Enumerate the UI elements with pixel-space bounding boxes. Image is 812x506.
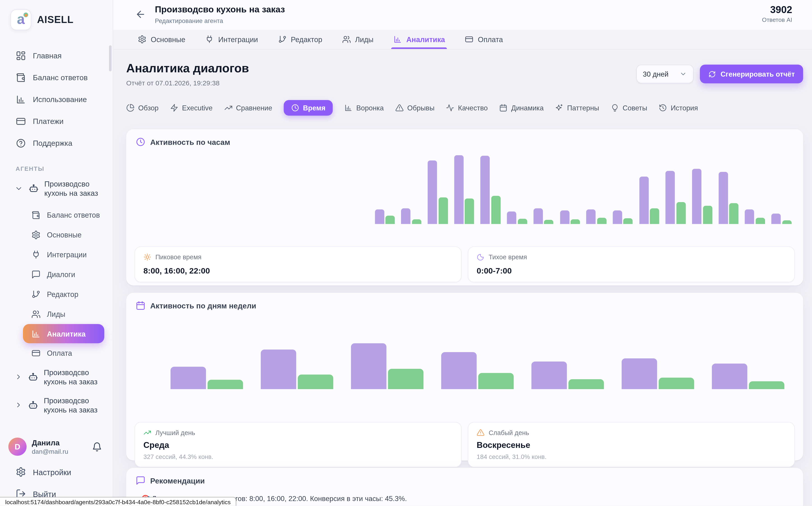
sidebar-item-home[interactable]: Главная [0,45,113,67]
hourly-bar-conversions-20 [703,206,712,224]
peak-time-value: 8:00, 16:00, 22:00 [143,266,453,276]
agent-subitem-editor[interactable]: Редактор [0,284,113,304]
tab-analytics-active[interactable]: Аналитика [393,30,445,49]
subtab-dynamics[interactable]: Динамика [499,104,544,112]
pie-chart-icon [126,104,135,112]
robot-icon [28,400,39,411]
hourly-bar-conversions-23 [782,220,792,224]
credit-card-icon [465,35,474,44]
app-root: a AISELL Главная Баланс ответов Использо… [0,0,812,506]
sidebar-item-label: Платежи [33,117,64,125]
clock-icon [291,104,299,112]
gear-icon [31,230,41,240]
chevron-down-icon [15,184,23,193]
weekly-bar-conversions-Ср [388,369,423,389]
tab-editor[interactable]: Редактор [278,30,322,49]
hourly-bar-sessions-19 [666,171,675,224]
hourly-bar-conversions-17 [623,218,633,224]
help-circle-icon [15,138,26,149]
sidebar-item-settings[interactable]: Настройки [0,461,113,482]
hourly-bar-sessions-18 [639,177,649,224]
agent-subitem-leads[interactable]: Лиды [0,304,113,324]
generate-report-button[interactable]: Сгенерировать отчёт [700,65,803,83]
responses-count-label: Ответов AI [762,17,792,23]
user-profile[interactable]: D Данила dan@mail.ru [0,437,113,456]
subtab-executive[interactable]: Executive [170,104,213,112]
bar-chart-icon [344,104,352,112]
weekly-activity-card: Активность по дням недели Лучший день Ср… [126,292,803,460]
subtab-tips[interactable]: Советы [611,104,647,112]
sidebar-item-label: Баланс ответов [33,73,88,82]
bar-chart-icon [31,329,41,338]
bell-icon[interactable] [92,441,102,452]
chevron-right-icon [15,401,22,409]
hourly-bar-sessions-15 [560,210,569,224]
zap-icon [170,104,179,112]
weekly-bar-conversions-Вт [298,374,333,389]
warning-triangle-icon [477,429,484,437]
hourly-bar-sessions-21 [719,172,728,224]
sidebar-nav: Главная Баланс ответов Использование Пла… [0,45,113,154]
subtab-dropoffs[interactable]: Обрывы [395,104,434,112]
sidebar-agent-collapsed-2[interactable]: Производсво кухонь на заказ [0,391,113,419]
subtab-history[interactable]: История [659,104,698,112]
sidebar-item-balance[interactable]: Баланс ответов [0,67,113,89]
sidebar-item-support[interactable]: Поддержка [0,132,113,154]
sparkles-icon [555,104,563,112]
best-day-card: Лучший день Среда 327 сессий, 44.3% конв… [135,422,462,467]
hourly-bar-sessions-16 [586,209,596,224]
agent-subitem-balance[interactable]: Баланс ответов [0,205,113,225]
git-branch-icon [278,35,287,44]
credit-card-icon [15,116,26,126]
chevron-right-icon [15,373,22,381]
history-icon [659,104,667,112]
agent-subitem-main[interactable]: Основные [0,225,113,245]
refresh-icon [708,70,716,78]
agents-section-label: АГЕНТЫ [15,166,113,172]
weekly-bar-conversions-Пт [568,379,604,389]
agent-tabbar: Основные Интеграции Редактор Лиды Аналит… [113,30,812,50]
sidebar-agent-collapsed-1[interactable]: Производсво кухонь на заказ [0,363,113,391]
status-bar-url: localhost:5174/dashboard/agents/293a0c7f… [0,497,236,506]
agent-subitem-analytics-active[interactable]: Аналитика [23,324,105,343]
tab-leads[interactable]: Лиды [342,30,374,49]
tab-payment[interactable]: Оплата [465,30,503,49]
moon-icon [477,253,484,261]
sidebar-agent-expanded[interactable]: Производсво кухонь на заказ [0,176,113,201]
worst-day-detail: 184 сессий, 31.0% конв. [477,453,786,460]
arrow-left-icon [135,9,146,20]
user-name: Данила [32,438,92,447]
robot-icon [28,183,39,194]
period-select[interactable]: 30 дней [636,65,693,83]
tab-integrations[interactable]: Интеграции [205,30,258,49]
subtab-time-active[interactable]: Время [284,100,333,115]
agent-subitem-dialogs[interactable]: Диалоги [0,265,113,284]
subtab-overview[interactable]: Обзор [126,104,158,112]
app-logo[interactable]: a AISELL [0,0,113,30]
hourly-bar-sessions-20 [692,169,701,224]
worst-day-value: Воскресенье [477,441,786,450]
subtab-comparison[interactable]: Сравнение [224,104,272,112]
weekly-bar-conversions-Чт [478,373,514,389]
weekly-bar-conversions-Пн [207,380,243,389]
sidebar-item-payments[interactable]: Платежи [0,110,113,132]
agent-subitem-integrations[interactable]: Интеграции [0,245,113,265]
sidebar-item-usage[interactable]: Использование [0,89,113,110]
activity-icon [446,104,454,112]
sidebar-item-label: Поддержка [33,139,72,147]
back-button[interactable] [134,9,146,21]
hourly-bar-conversions-9 [412,219,421,224]
hourly-bar-sessions-14 [533,208,543,224]
weekly-bar-sessions-Чт [441,352,477,389]
hourly-bar-conversions-13 [518,219,527,224]
sidebar-scrollbar-thumb[interactable] [109,45,112,71]
plug-icon [205,35,214,44]
agent-subitem-payment[interactable]: Оплата [0,343,113,363]
subtab-funnel[interactable]: Воронка [344,104,384,112]
subtab-patterns[interactable]: Паттерны [555,104,599,112]
worst-day-card: Слабый день Воскресенье 184 сессий, 31.0… [468,422,795,467]
subtab-quality[interactable]: Качество [446,104,488,112]
report-date: Отчёт от 07.01.2026, 19:29:38 [126,79,249,87]
content-area: Аналитика диалогов Отчёт от 07.01.2026, … [113,50,812,506]
tab-main[interactable]: Основные [138,30,185,49]
